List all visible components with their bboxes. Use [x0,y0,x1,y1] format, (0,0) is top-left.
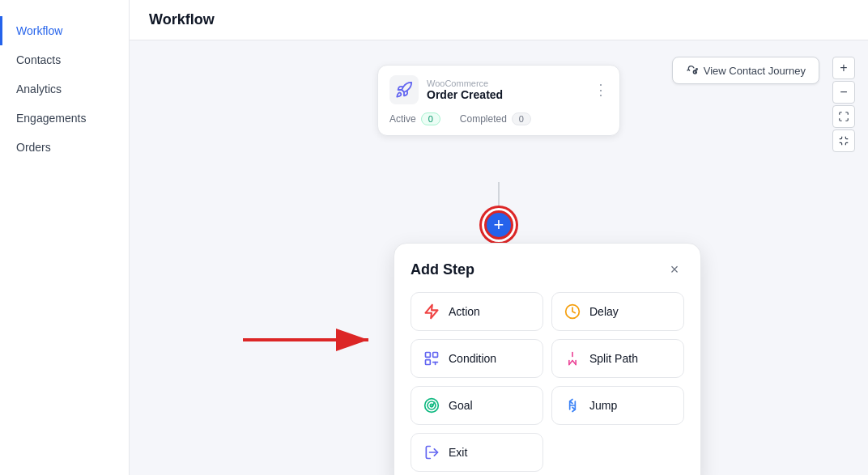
expand-icon [838,111,849,122]
sidebar-item-analytics[interactable]: Analytics [0,74,129,104]
main-content: Workflow View Contact Journey + − [130,0,868,475]
sidebar-item-engagements[interactable]: Engagements [0,104,129,133]
node-icon-title: WooCommerce Order Created [389,75,503,104]
zoom-controls: + − [832,57,855,152]
dialog-title: Add Step [411,261,474,278]
step-option-delay[interactable]: Delay [551,292,684,331]
workflow-node: WooCommerce Order Created ⋮ Active 0 Com… [377,65,620,136]
fit-screen-button-1[interactable] [832,105,855,128]
node-subtitle: WooCommerce [427,78,503,88]
step-option-action[interactable]: Action [411,292,543,331]
workflow-canvas: View Contact Journey + − [130,40,868,475]
compress-icon [838,135,849,146]
fit-screen-button-2[interactable] [832,129,855,152]
page-header: Workflow [130,0,868,40]
dialog-close-button[interactable]: × [665,260,684,279]
sidebar: Workflow Contacts Analytics Engagements … [0,0,130,475]
view-contact-journey-button[interactable]: View Contact Journey [672,57,819,84]
dialog-header: Add Step × [411,260,684,279]
add-step-dialog: Add Step × Action [394,243,701,475]
arrow-indicator [243,320,389,363]
svg-marker-3 [426,305,438,319]
completed-badge: Completed 0 [460,112,531,125]
jump-icon [564,397,581,414]
connector-line [498,182,500,214]
goal-icon [423,397,440,414]
add-step-button[interactable]: + [484,210,513,240]
step-option-exit[interactable]: Exit [411,433,543,472]
completed-count: 0 [512,112,531,125]
node-title: Order Created [427,88,503,101]
node-header: WooCommerce Order Created ⋮ [389,75,608,104]
svg-rect-6 [433,353,438,358]
condition-icon [423,350,440,367]
split-path-icon [564,350,581,367]
svg-rect-7 [426,360,431,365]
sidebar-item-contacts[interactable]: Contacts [0,45,129,74]
step-option-split-path[interactable]: Split Path [551,339,684,378]
zoom-in-button[interactable]: + [832,57,855,79]
zoom-out-button[interactable]: − [832,81,855,104]
sidebar-item-workflow[interactable]: Workflow [0,16,129,45]
node-menu-button[interactable]: ⋮ [594,83,608,97]
rocket-icon [395,81,413,99]
node-icon [389,75,419,104]
step-options-grid: Action Delay [411,292,684,472]
node-labels: WooCommerce Order Created [427,78,503,101]
svg-rect-5 [426,353,431,358]
journey-icon [686,64,699,77]
active-badge: Active 0 [389,112,440,125]
step-option-goal[interactable]: Goal [411,386,543,425]
step-option-jump[interactable]: Jump [551,386,684,425]
sidebar-item-orders[interactable]: Orders [0,133,129,162]
node-footer: Active 0 Completed 0 [389,112,608,125]
active-count: 0 [421,112,440,125]
exit-icon [423,443,440,461]
delay-icon [564,303,581,320]
action-icon [423,303,440,320]
step-option-condition[interactable]: Condition [411,339,543,378]
page-title: Workflow [149,11,215,28]
